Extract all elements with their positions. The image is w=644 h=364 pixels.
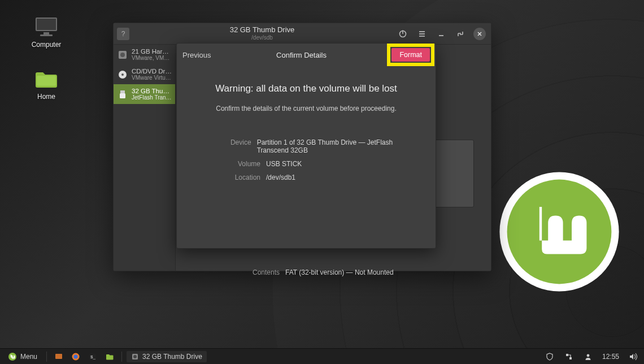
close-icon (473, 28, 486, 40)
location-label: Location (193, 174, 260, 181)
svg-point-28 (133, 355, 137, 358)
drive-item-hdd[interactable]: 21 GB Hard Disk VMware, VMware (114, 45, 175, 64)
drive-name: 21 GB Hard Disk (132, 48, 172, 55)
close-button[interactable] (472, 26, 488, 42)
volume-icon[interactable] (626, 350, 641, 363)
menu-label: Menu (20, 353, 37, 361)
svg-rect-19 (120, 90, 125, 93)
taskbar: Menu $_ 32 GB Thumb Drive 12:55 (0, 348, 644, 364)
contents-label: Contents (248, 268, 280, 276)
system-tray: 12:55 (542, 350, 641, 363)
svg-rect-22 (55, 354, 62, 359)
titlebar: ? 32 GB Thumb Drive /dev/sdb (114, 23, 491, 45)
svg-rect-6 (37, 76, 56, 86)
previous-button[interactable]: Previous (182, 51, 211, 59)
show-desktop-button[interactable] (51, 350, 66, 363)
usb-icon (117, 89, 128, 100)
menu-button[interactable]: Menu (3, 350, 42, 363)
app-icon: ? (117, 28, 129, 40)
shield-icon[interactable] (542, 350, 557, 363)
svg-rect-30 (569, 357, 572, 359)
hamburger-icon[interactable] (414, 26, 430, 42)
desktop-icon-label: Home (25, 93, 68, 101)
separator (46, 352, 47, 362)
contents-row: Contents FAT (32-bit version) — Not Moun… (248, 268, 394, 276)
svg-rect-29 (566, 354, 568, 356)
confirm-text: Confirm the details of the current volum… (193, 105, 420, 112)
svg-rect-5 (40, 34, 53, 36)
power-icon[interactable] (395, 26, 411, 42)
drive-sub: JetFlash Transcend (132, 94, 172, 101)
drive-sub: VMware, VMware (132, 55, 172, 61)
location-value: /dev/sdb1 (266, 174, 295, 181)
svg-rect-20 (120, 93, 125, 98)
firefox-launcher[interactable] (68, 350, 83, 363)
window-subtitle: /dev/sdb (133, 34, 391, 41)
desktop-icon-computer[interactable]: Computer (25, 16, 68, 49)
desktop-icon-home[interactable]: Home (25, 68, 68, 101)
desktop-icon-label: Computer (25, 41, 68, 49)
drive-item-cdrom[interactable]: CD/DVD Drive VMware Virtual SA (114, 64, 175, 84)
svg-text:$_: $_ (90, 354, 95, 359)
device-label: Device (193, 138, 251, 154)
files-launcher[interactable] (102, 350, 117, 363)
title-zone: 32 GB Thumb Drive /dev/sdb (133, 26, 391, 41)
format-dialog: Previous Confirm Details Format Warning:… (176, 43, 436, 249)
minimize-button[interactable] (433, 26, 449, 42)
dialog-header: Previous Confirm Details Format (177, 44, 436, 66)
network-icon[interactable] (562, 350, 576, 363)
drive-sub: VMware Virtual SA (132, 75, 172, 81)
format-button-wrap: Format (391, 48, 430, 62)
maximize-button[interactable] (452, 26, 468, 42)
volume-label: Volume (193, 160, 260, 168)
device-value: Partition 1 of 32 GB Thumb Drive — JetFl… (257, 138, 420, 154)
disk-icon (131, 353, 139, 361)
folder-icon (33, 68, 60, 90)
drive-item-usb[interactable]: 32 GB Thumb Drive JetFlash Transcend (114, 84, 175, 104)
dialog-title: Confirm Details (211, 51, 392, 59)
svg-point-24 (74, 354, 78, 358)
taskbar-task-disks[interactable]: 32 GB Thumb Drive (127, 351, 207, 362)
task-label: 32 GB Thumb Drive (142, 353, 202, 361)
mint-menu-icon (8, 352, 17, 361)
disc-icon (117, 69, 128, 80)
svg-point-31 (587, 354, 590, 357)
svg-point-16 (120, 53, 125, 57)
drive-name: 32 GB Thumb Drive (132, 88, 172, 94)
warning-text: Warning: all data on the volume will be … (193, 83, 420, 94)
drive-name: CD/DVD Drive (132, 68, 172, 75)
volume-value: USB STICK (266, 160, 302, 168)
mint-logo (497, 170, 621, 294)
format-button[interactable]: Format (391, 48, 430, 62)
monitor-icon (33, 16, 60, 38)
svg-point-18 (121, 73, 124, 76)
svg-rect-3 (37, 19, 56, 30)
contents-value: FAT (32-bit version) — Not Mounted (285, 268, 394, 276)
svg-rect-4 (43, 32, 49, 34)
drive-sidebar: 21 GB Hard Disk VMware, VMware CD/DVD Dr… (114, 45, 176, 271)
clock[interactable]: 12:55 (600, 353, 621, 361)
user-icon[interactable] (581, 350, 595, 363)
hdd-icon (117, 49, 128, 60)
window-title: 32 GB Thumb Drive (133, 26, 391, 34)
separator (121, 352, 122, 362)
terminal-launcher[interactable]: $_ (85, 350, 100, 363)
